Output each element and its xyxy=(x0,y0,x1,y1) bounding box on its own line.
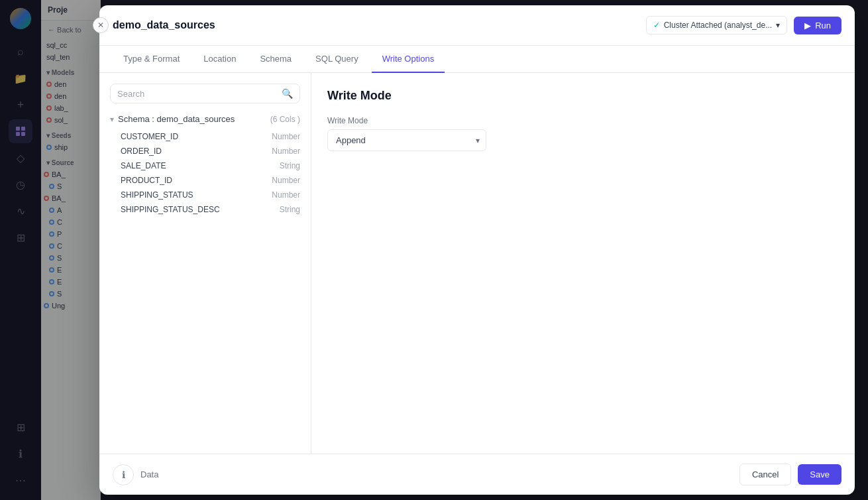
modal-title: demo_data_sources xyxy=(113,19,215,31)
field-type: Number xyxy=(272,176,300,185)
field-type: String xyxy=(280,161,300,170)
search-icon: 🔍 xyxy=(282,88,293,99)
field-name: PRODUCT_ID xyxy=(121,176,269,185)
modal-header: ✕ demo_data_sources ✓ Cluster Attached (… xyxy=(99,5,855,46)
footer-left: ℹ Data xyxy=(113,464,158,485)
tab-location[interactable]: Location xyxy=(193,46,246,73)
field-type: Number xyxy=(272,147,300,156)
close-button[interactable]: ✕ xyxy=(93,17,109,33)
schema-panel: 🔍 ▾ Schema : demo_data_sources (6 Cols )… xyxy=(99,73,311,454)
field-type: Number xyxy=(272,132,300,141)
field-type: String xyxy=(280,205,300,214)
write-mode-select[interactable]: Append Overwrite Error if Exists Ignore xyxy=(327,129,486,151)
cluster-label: Cluster Attached (analyst_de... xyxy=(664,21,772,30)
play-icon: ▶ xyxy=(804,21,811,31)
field-name: CUSTOMER_ID xyxy=(121,132,269,141)
modal-actions: ✓ Cluster Attached (analyst_de... ▾ ▶ Ru… xyxy=(646,16,841,34)
schema-tree: ▾ Schema : demo_data_sources (6 Cols ) C… xyxy=(110,111,300,443)
field-row-shipping-status: SHIPPING_STATUS Number xyxy=(110,188,300,202)
field-row-shipping-status-desc: SHIPPING_STATUS_DESC String xyxy=(110,202,300,217)
tab-type-format[interactable]: Type & Format xyxy=(113,46,190,73)
cancel-button[interactable]: Cancel xyxy=(739,464,791,485)
info-button[interactable]: ℹ xyxy=(113,464,134,485)
field-name: ORDER_ID xyxy=(121,147,269,156)
schema-name: Schema : demo_data_sources xyxy=(118,114,235,124)
field-row-sale-date: SALE_DATE String xyxy=(110,158,300,173)
field-row-order-id: ORDER_ID Number xyxy=(110,144,300,158)
field-name: SHIPPING_STATUS_DESC xyxy=(121,205,277,214)
cluster-badge[interactable]: ✓ Cluster Attached (analyst_de... ▾ xyxy=(646,16,787,34)
check-icon: ✓ xyxy=(653,21,660,30)
modal-tabs: Type & Format Location Schema SQL Query … xyxy=(99,46,855,73)
chevron-down-icon: ▾ xyxy=(110,115,114,124)
schema-cols: (6 Cols ) xyxy=(270,115,300,124)
save-button[interactable]: Save xyxy=(798,464,841,485)
search-input[interactable] xyxy=(117,89,278,99)
tab-sql-query[interactable]: SQL Query xyxy=(305,46,369,73)
field-row-customer-id: CUSTOMER_ID Number xyxy=(110,129,300,144)
field-row-product-id: PRODUCT_ID Number xyxy=(110,173,300,188)
write-mode-select-wrapper: Append Overwrite Error if Exists Ignore … xyxy=(327,129,486,151)
search-box: 🔍 xyxy=(110,84,300,103)
content-panel: Write Mode Write Mode Append Overwrite E… xyxy=(311,73,855,454)
modal-footer: ℹ Data Cancel Save xyxy=(99,454,855,495)
field-type: Number xyxy=(272,190,300,200)
run-button[interactable]: ▶ Run xyxy=(794,17,841,34)
chevron-down-icon: ▾ xyxy=(776,21,780,30)
tab-write-options[interactable]: Write Options xyxy=(372,46,445,73)
write-mode-label: Write Mode xyxy=(327,116,839,125)
section-title: Write Mode xyxy=(327,89,839,103)
data-label: Data xyxy=(140,469,158,479)
schema-header: ▾ Schema : demo_data_sources (6 Cols ) xyxy=(110,111,300,127)
field-name: SHIPPING_STATUS xyxy=(121,190,269,200)
run-label: Run xyxy=(815,21,831,31)
field-name: SALE_DATE xyxy=(121,161,277,170)
tab-schema[interactable]: Schema xyxy=(249,46,302,73)
modal: ✕ demo_data_sources ✓ Cluster Attached (… xyxy=(99,5,855,495)
footer-right: Cancel Save xyxy=(739,464,841,485)
modal-body: 🔍 ▾ Schema : demo_data_sources (6 Cols )… xyxy=(99,73,855,454)
